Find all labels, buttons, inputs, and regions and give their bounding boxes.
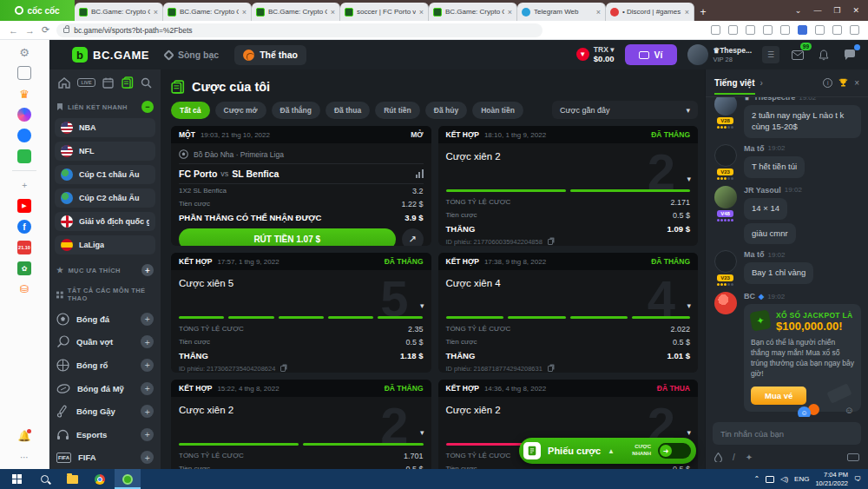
sort-dropdown[interactable]: Cược gần đây ▾ — [552, 101, 698, 119]
bcgame-logo[interactable]: b BC.GAME — [72, 47, 149, 63]
tray-expand-icon[interactable]: ⌃ — [754, 475, 760, 483]
chat-rules-icon[interactable]: ✦ — [746, 453, 753, 462]
sport-item-american-football[interactable]: Bóng đá Mỹ＋ — [55, 377, 155, 400]
calendar-tile-icon[interactable]: 21.10 — [17, 241, 31, 254]
match-row[interactable]: FC Porto vs SL Benfica — [179, 164, 424, 184]
filter-won[interactable]: Đã thắng — [272, 102, 320, 119]
tab-close-icon[interactable]: × — [596, 8, 601, 17]
copy-icon[interactable] — [548, 239, 553, 245]
close-window-button[interactable]: ✕ — [852, 6, 859, 15]
tab-close-icon[interactable]: × — [508, 8, 512, 17]
start-button[interactable] — [3, 469, 30, 489]
browser-tab[interactable]: soccer | FC Porto vs SL B× — [340, 3, 429, 21]
emoji-picker-icon[interactable]: ☺ — [845, 405, 854, 415]
notifications-bell-icon[interactable]: 🔔 — [17, 429, 31, 443]
sport-item-basketball[interactable]: Bóng rổ＋ — [55, 354, 155, 377]
browser-tab[interactable]: BC.Game: Crypto Casino× — [429, 3, 517, 21]
tab-close-icon[interactable]: × — [685, 8, 689, 17]
expand-caret-icon[interactable]: ▾ — [420, 428, 424, 437]
chat-info-icon[interactable]: i — [823, 78, 832, 88]
zalo-icon[interactable] — [17, 129, 31, 142]
filter-cashout[interactable]: Rút tiền — [375, 102, 420, 119]
volume-icon[interactable]: ◁) — [780, 475, 788, 483]
betslip-button[interactable]: Phiếu cược ▲ CƯỢC NHANH ➜ — [519, 438, 696, 464]
jackpot-card[interactable]: ✦ XỔ SỐ JACKPOT LÀ $100,000.00! Bạn có t… — [744, 304, 861, 412]
newsfeed-icon[interactable] — [17, 66, 31, 80]
taskbar-clock[interactable]: 7:04 PM 10/21/2022 — [815, 471, 848, 488]
profile-icon[interactable] — [832, 25, 842, 35]
share-page-icon[interactable] — [746, 25, 755, 35]
translate-icon[interactable] — [728, 25, 738, 35]
shopping-cart-icon[interactable]: ⛁ — [17, 282, 31, 296]
share-bet-button[interactable]: ↗ — [402, 228, 424, 246]
browser-tab[interactable]: • Discord | #games |× — [606, 3, 694, 21]
copy-icon[interactable] — [280, 366, 286, 372]
adblock-shield-icon[interactable] — [780, 25, 790, 35]
expand-caret-icon[interactable]: ▾ — [687, 428, 691, 437]
language-indicator[interactable]: ENG — [794, 475, 809, 483]
expand-sport-button[interactable]: ＋ — [141, 405, 154, 418]
new-tab-button[interactable]: + — [694, 3, 712, 21]
tab-search-icon[interactable]: ⌄ — [795, 6, 802, 15]
collapse-panel-icon[interactable]: ☰ — [762, 46, 779, 63]
rewards-crown-icon[interactable]: ♛ — [17, 87, 31, 101]
add-favorite-button[interactable]: ＋ — [141, 264, 154, 276]
expand-caret-icon[interactable]: ▾ — [687, 301, 691, 310]
browser-tab[interactable]: BC.Game: Crypto Casino× — [252, 3, 340, 21]
inbox-button[interactable]: 99 — [790, 47, 806, 63]
sidebar-item-champions-league[interactable]: Cúp C1 châu Âu — [55, 165, 155, 184]
chevron-right-icon[interactable]: › — [760, 78, 763, 88]
file-explorer-button[interactable] — [59, 469, 85, 489]
filter-open[interactable]: Cược mở — [215, 102, 266, 119]
browser-tab[interactable]: Telegram Web× — [517, 3, 606, 21]
save-page-icon[interactable] — [711, 25, 720, 35]
forward-button[interactable]: → — [25, 25, 35, 36]
expand-sport-button[interactable]: ＋ — [141, 335, 154, 348]
filter-lost[interactable]: Đã thua — [326, 102, 370, 119]
messenger-icon[interactable] — [17, 108, 31, 122]
expand-sport-button[interactable]: ＋ — [141, 428, 154, 441]
chat-username[interactable]: JR Yasoul — [744, 186, 781, 195]
sport-item-fifa[interactable]: FIFA FIFA＋ — [55, 446, 155, 469]
back-button[interactable]: ← — [9, 25, 18, 36]
copy-icon[interactable] — [548, 366, 553, 372]
expand-caret-icon[interactable]: ▾ — [687, 175, 691, 183]
avatar[interactable] — [714, 97, 737, 116]
cashout-button[interactable]: RÚT TIỀN 1.07 $ — [179, 228, 396, 246]
quick-bet-toggle[interactable]: ➜ — [658, 443, 691, 459]
download-extension-icon[interactable] — [798, 25, 807, 35]
bookmark-star-icon[interactable] — [763, 25, 773, 35]
expand-caret-icon[interactable]: ▾ — [420, 301, 424, 310]
keyboard-icon[interactable] — [847, 453, 859, 461]
nav-casino[interactable]: Sòng bạc — [165, 50, 219, 60]
collapse-quick-links-button[interactable]: − — [141, 101, 154, 113]
chrome-button[interactable] — [87, 469, 113, 489]
sport-item-football[interactable]: Bóng đá＋ — [55, 307, 155, 331]
network-icon[interactable] — [766, 476, 774, 483]
tab-close-icon[interactable]: × — [419, 8, 424, 17]
sidebar-item-national-league[interactable]: Giải vô địch quốc gia — [55, 212, 155, 231]
filter-cancelled[interactable]: Đã hủy — [425, 102, 467, 119]
avatar[interactable] — [714, 250, 737, 273]
downloads-tray-icon[interactable] — [850, 25, 859, 35]
youtube-icon[interactable]: ▶ — [17, 199, 31, 213]
more-options-icon[interactable]: ⋯ — [17, 450, 31, 464]
browser-tab[interactable]: BC.Game: Crypto Casino× — [163, 3, 252, 21]
sidebar-item-nfl[interactable]: NFL — [55, 142, 155, 161]
sport-item-esports[interactable]: Esports＋ — [55, 423, 155, 446]
extension-icon[interactable] — [815, 25, 825, 35]
calendar-icon[interactable] — [102, 77, 114, 89]
sport-item-tennis[interactable]: Quần vợt＋ — [55, 331, 155, 354]
browser-tab[interactable]: BC.Game: Crypto Casino× — [75, 3, 163, 21]
settings-gear-icon[interactable]: ⚙ — [17, 45, 31, 59]
minimize-button[interactable]: — — [813, 6, 821, 15]
chat-input[interactable] — [713, 422, 861, 445]
close-chat-icon[interactable]: × — [854, 78, 859, 88]
rain-tip-icon[interactable] — [714, 453, 722, 462]
tab-close-icon[interactable]: × — [154, 8, 158, 17]
tab-close-icon[interactable]: × — [331, 8, 335, 17]
wallet-button[interactable]: Ví — [625, 44, 677, 65]
tab-close-icon[interactable]: × — [242, 8, 247, 17]
nav-sports[interactable]: Thể thao — [234, 45, 306, 65]
games-icon[interactable] — [17, 149, 31, 163]
